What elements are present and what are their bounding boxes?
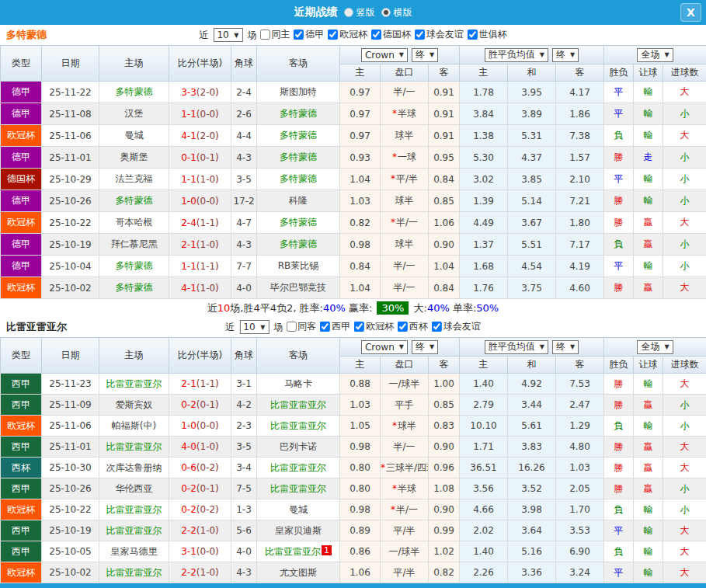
checkbox-input[interactable] [259, 30, 270, 40]
handicap-value: 半/一 [393, 86, 415, 97]
filter-checkbox[interactable]: 球会友谊 [431, 320, 481, 333]
home-team: 曼城 [99, 125, 169, 147]
score-fulltime: 2-2 [181, 525, 196, 536]
corner-count: 4-4 [231, 125, 257, 147]
handicap-value: 球半 [395, 130, 414, 141]
league-badge: 德甲 [1, 103, 42, 125]
radio-icon[interactable] [344, 8, 353, 17]
bookmaker-dropdown[interactable]: Crown [361, 340, 408, 354]
handicap-star: * [391, 217, 395, 228]
summary-line: 近10场,胜4平4负2, 胜率:40% 赢率: 30% 大:40% 单率:50% [0, 299, 706, 317]
avg-draw-odds: 5.61 [508, 416, 556, 437]
handicap-cell: *球半 [381, 416, 429, 437]
avg-draw-odds: 4.92 [508, 374, 556, 395]
match-row: 欧冠杯 25-10-02 比雷亚雷亚尔 2-2(1-0) 4-3 尤文图斯 1.… [1, 562, 706, 583]
result-outcome: 平 [604, 82, 634, 103]
handicap-cell: *半/一 [381, 212, 429, 234]
checkbox-input[interactable] [286, 322, 296, 332]
filter-checkbox[interactable]: 同主 [259, 28, 290, 41]
final-average-dropdown[interactable]: 终 [552, 340, 579, 354]
away-team: 比雷亚雷亚尔 [257, 478, 340, 499]
full-match-dropdown[interactable]: 全场 [637, 340, 673, 354]
odds-home: 0.98 [340, 499, 381, 520]
score-fulltime: 1-1 [181, 174, 196, 185]
sub-col-header: 胜负 [604, 357, 634, 374]
score-fulltime: 0-2 [181, 504, 196, 515]
avg-home-odds: 1.78 [460, 82, 508, 103]
odds-home: 0.97 [340, 82, 381, 103]
odds-away: 0.84 [429, 277, 460, 299]
close-icon[interactable]: X [680, 3, 701, 22]
away-team: RB莱比锡 [257, 256, 340, 277]
home-team: 奥斯堡 [99, 147, 169, 169]
final-odds-dropdown[interactable]: 终 [412, 340, 438, 354]
handicap-value: 平/半 [393, 567, 415, 578]
result-handicap: 輸 [634, 520, 663, 541]
full-match-dropdown[interactable]: 全场 [637, 48, 673, 62]
checkbox-input[interactable] [415, 30, 425, 40]
orientation-radio-horizontal[interactable]: 横版 [381, 6, 412, 19]
match-count-select[interactable]: 10 [213, 28, 242, 42]
away-team-name: 比雷亚雷亚尔 [270, 462, 326, 473]
match-date: 25-10-02 [42, 277, 99, 299]
odds-home: 0.97 [340, 125, 381, 147]
bookmaker-dropdown[interactable]: Crown [361, 48, 408, 62]
checkbox-input[interactable] [294, 30, 304, 40]
filter-checkbox[interactable]: 德国杯 [370, 28, 411, 41]
result-goals: 大 [663, 374, 706, 395]
filter-checkbox[interactable]: 德甲 [293, 28, 324, 41]
wdl-average-dropdown[interactable]: 胜平负均值 [485, 48, 548, 62]
odds-away: 0.85 [429, 190, 460, 212]
handicap-value: 平/半 [393, 525, 415, 536]
orientation-radio-vertical[interactable]: 竖版 [344, 6, 375, 19]
avg-draw-odds: 3.95 [508, 82, 556, 103]
filter-checkbox[interactable]: 欧冠杯 [353, 320, 394, 333]
filter-checkbox[interactable]: 同客 [285, 320, 316, 333]
handicap-cell: *球半 [381, 234, 429, 256]
checkbox-input[interactable] [398, 322, 408, 332]
filter-checkbox[interactable]: 欧冠杯 [327, 28, 367, 41]
col-header: 主场 [99, 338, 169, 374]
handicap-value: 半/一 [396, 217, 418, 228]
league-badge: 德甲 [1, 256, 42, 277]
result-goals: 小 [663, 395, 706, 416]
match-date: 25-11-22 [42, 82, 99, 103]
sub-col-header: 让球 [634, 64, 663, 82]
checkbox-input[interactable] [468, 30, 478, 40]
radio-icon[interactable] [381, 8, 391, 17]
avg-draw-odds: 3.44 [508, 395, 556, 416]
result-goals: 小 [663, 190, 706, 212]
final-average-dropdown[interactable]: 终 [552, 48, 579, 62]
result-goals: 大 [663, 277, 706, 299]
result-goals: 小 [663, 416, 706, 437]
sub-col-header: 主 [340, 64, 381, 82]
filter-checkbox[interactable]: 世俱杯 [467, 28, 507, 41]
checkbox-input[interactable] [320, 322, 330, 332]
final-odds-dropdown[interactable]: 终 [412, 48, 438, 62]
checkbox-input[interactable] [328, 30, 338, 40]
filter-checkbox[interactable]: 西甲 [319, 320, 350, 333]
score-fulltime: 2-1 [181, 378, 196, 389]
checkbox-input[interactable] [371, 30, 381, 40]
match-row: 西杯 25-10-30 次库达鲁册纳 0-6(0-2) 3-4 比雷亚雷亚尔 0… [1, 458, 706, 478]
filter-checkbox[interactable]: 西杯 [397, 320, 428, 333]
sub-col-header: 客 [429, 357, 460, 374]
section-header: 比雷亚雷亚尔 近 10 场 同客 西甲 欧冠杯 西杯 球会友谊 [0, 317, 706, 337]
wdl-average-dropdown[interactable]: 胜平负均值 [485, 340, 548, 354]
avg-away-odds: 1.86 [556, 103, 604, 125]
away-team: 皇家贝迪斯 [257, 520, 340, 541]
avg-home-odds: 1.71 [460, 437, 508, 458]
odds-away: 0.82 [429, 562, 460, 583]
result-outcome: 負 [604, 234, 634, 256]
checkbox-input[interactable] [432, 322, 442, 332]
match-count-select[interactable]: 10 [239, 320, 269, 334]
sub-col-header: 主 [340, 357, 381, 374]
odds-home: 0.97 [340, 103, 381, 125]
match-row: 欧冠杯 25-10-22 比雷亚雷亚尔 0-2(0-2) 1-3 曼城 0.98… [1, 499, 706, 520]
checkbox-input[interactable] [354, 322, 364, 332]
score-cell: 4-0(1-0) [169, 437, 231, 458]
avg-away-odds: 1.57 [556, 147, 604, 169]
odds-home: 1.05 [340, 416, 381, 437]
filter-checkbox[interactable]: 球会友谊 [414, 28, 464, 41]
handicap-value: 半/一 [393, 441, 415, 452]
